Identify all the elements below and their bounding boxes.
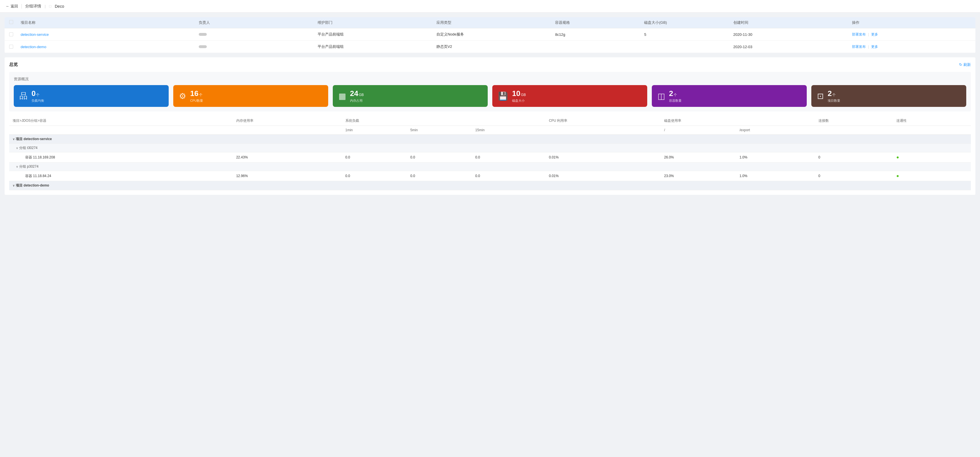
card-project-label: 项目数量 <box>828 99 840 103</box>
row2-deploy-button[interactable]: 部署发布 <box>852 45 866 49</box>
overview-section: 总览 ↻ 刷新 资源概况 品 0个 负载均衡 <box>5 57 975 195</box>
container-connectivity: ● <box>893 171 971 181</box>
row2-project-name[interactable]: detection-demo <box>21 45 199 49</box>
row1-more-button[interactable]: 更多 <box>871 32 878 37</box>
card-memory-number: 24GB <box>350 89 364 98</box>
th-disk-usage: 磁盘使用率 <box>661 116 815 126</box>
row2-more-button[interactable]: 更多 <box>871 45 878 49</box>
monitor-group-row[interactable]: ∨分组 t30274 <box>9 144 971 153</box>
project-label: ∨项目 detection-demo <box>9 181 971 190</box>
header-separator: | <box>45 4 46 8</box>
row1-owner <box>199 33 318 36</box>
card-memory-content: 24GB 内存占用 <box>350 89 364 103</box>
row2-action-sep: | <box>868 45 869 49</box>
th-disk-export: /export <box>736 126 815 135</box>
monitor-table: 项目>JDOS分组>容器 内存使用率 系统负载 CPU 利用率 磁盘使用率 连接… <box>9 116 971 190</box>
th-load-15min: 15min <box>472 126 546 135</box>
row1-action-sep: | <box>868 32 869 37</box>
row1-deploy-button[interactable]: 部署发布 <box>852 32 866 37</box>
th-memory-usage: 内存使用率 <box>233 116 342 126</box>
th-load-5min: 5min <box>407 126 472 135</box>
row1-created-at: 2020-11-30 <box>733 32 852 37</box>
container-connections: 0 <box>815 171 893 181</box>
col-container-spec: 容器规格 <box>555 20 644 25</box>
table-header: 项目名称 负责人 维护部门 应用类型 容器规格 磁盘大小(GB) 创建时间 操作 <box>5 17 975 29</box>
th-connectivity: 连通性 <box>893 116 971 126</box>
container-cpu-usage: 0.01% <box>546 153 661 162</box>
cpu-icon: ⚙ <box>179 91 186 101</box>
card-disk-number: 10GB <box>512 89 526 98</box>
row2-app-type: 静态页V2 <box>436 44 555 49</box>
resource-section: 资源概况 品 0个 负载均衡 ⚙ 16个 <box>9 72 971 111</box>
th-project-group-container: 项目>JDOS分组>容器 <box>9 116 233 126</box>
card-load-balance-content: 0个 负载均衡 <box>32 89 44 103</box>
main-content: 项目名称 负责人 维护部门 应用类型 容器规格 磁盘大小(GB) 创建时间 操作… <box>0 13 980 199</box>
card-project-content: 2个 项目数量 <box>828 89 840 103</box>
container-name: 容器 11.18.84.24 <box>9 171 233 181</box>
memory-icon: ▦ <box>339 91 346 101</box>
row1-container-spec: 8c12g <box>555 32 644 37</box>
container-load-1min: 0.0 <box>342 171 407 181</box>
th-load-1min: 1min <box>342 126 407 135</box>
container-memory-usage: 22.43% <box>233 153 342 162</box>
card-load-balance-label: 负载均衡 <box>32 99 44 103</box>
col-owner: 负责人 <box>199 20 318 25</box>
card-load-balance: 品 0个 负载均衡 <box>14 85 169 107</box>
refresh-label: 刷新 <box>963 62 971 67</box>
container-load-1min: 0.0 <box>342 153 407 162</box>
app-name: Deco <box>55 4 64 9</box>
card-disk-label: 磁盘大小 <box>512 99 526 103</box>
resource-title: 资源概况 <box>14 76 966 82</box>
th-system-load: 系统负载 <box>342 116 546 126</box>
projects-table-section: 项目名称 负责人 维护部门 应用类型 容器规格 磁盘大小(GB) 创建时间 操作… <box>5 17 975 53</box>
card-container-number: 2个 <box>669 89 682 98</box>
header-divider <box>21 4 22 9</box>
row1-actions: 部署发布 | 更多 <box>852 32 971 37</box>
monitor-project-row[interactable]: ∨项目 detection-service <box>9 135 971 144</box>
col-project-name: 项目名称 <box>21 20 199 25</box>
row1-checkbox[interactable] <box>9 32 21 37</box>
monitor-table-subheader: 1min 5min 15min / /export <box>9 126 971 135</box>
card-disk: 💾 10GB 磁盘大小 <box>492 85 647 107</box>
resource-cards: 品 0个 负载均衡 ⚙ 16个 CPU数量 <box>14 85 966 107</box>
load-balance-icon: 品 <box>19 91 27 102</box>
select-all-checkbox[interactable] <box>9 20 13 24</box>
th-empty3 <box>546 126 661 135</box>
header-icon: □ <box>49 4 51 8</box>
card-cpu-number: 16个 <box>190 89 203 98</box>
row1-project-name[interactable]: detection-service <box>21 32 199 37</box>
th-empty1 <box>9 126 233 135</box>
container-disk-root: 23.0% <box>661 171 736 181</box>
table-row: detection-service 平台产品前端组 自定义Node服务 8c12… <box>5 29 975 41</box>
group-label: ∨分组 p30274 <box>9 162 971 171</box>
row2-actions: 部署发布 | 更多 <box>852 45 971 49</box>
card-container-label: 容器数量 <box>669 99 682 103</box>
card-project-number: 2个 <box>828 89 840 98</box>
container-name: 容器 11.18.169.208 <box>9 153 233 162</box>
container-disk-export: 1.0% <box>736 171 815 181</box>
container-connections: 0 <box>815 153 893 162</box>
th-disk-root: / <box>661 126 736 135</box>
monitor-project-row[interactable]: ∨项目 detection-demo <box>9 181 971 190</box>
th-cpu-usage: CPU 利用率 <box>546 116 661 126</box>
row2-checkbox[interactable] <box>9 45 21 49</box>
project-icon: ⊡ <box>817 91 824 101</box>
card-project: ⊡ 2个 项目数量 <box>811 85 966 107</box>
back-label: 返回 <box>11 4 18 9</box>
page-header: ← 返回 分组详情 | □ Deco <box>0 0 980 13</box>
monitor-group-row[interactable]: ∨分组 p30274 <box>9 162 971 171</box>
col-app-type: 应用类型 <box>436 20 555 25</box>
back-arrow-icon: ← <box>6 4 10 8</box>
row2-owner <box>199 45 318 48</box>
overview-header: 总览 ↻ 刷新 <box>9 62 971 67</box>
th-connections: 连接数 <box>815 116 893 126</box>
card-cpu: ⚙ 16个 CPU数量 <box>173 85 328 107</box>
container-disk-export: 1.0% <box>736 153 815 162</box>
refresh-button[interactable]: ↻ 刷新 <box>959 62 971 67</box>
th-empty5 <box>893 126 971 135</box>
row2-created-at: 2020-12-03 <box>733 45 852 49</box>
container-connectivity: ● <box>893 153 971 162</box>
card-memory-label: 内存占用 <box>350 99 364 103</box>
back-button[interactable]: ← 返回 <box>6 4 18 9</box>
col-created-at: 创建时间 <box>733 20 852 25</box>
